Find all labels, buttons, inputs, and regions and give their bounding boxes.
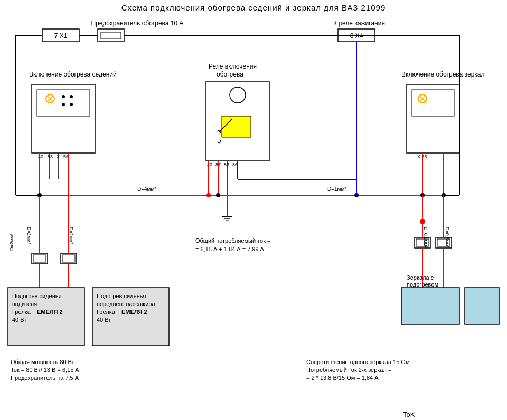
svg-text:ЕМЕЛЯ 2: ЕМЕЛЯ 2 bbox=[37, 309, 63, 315]
svg-text:К реле зажигания: К реле зажигания bbox=[333, 20, 385, 27]
svg-text:Общий потребляемый ток =: Общий потребляемый ток = bbox=[195, 237, 271, 244]
svg-text:D=2мм²: D=2мм² bbox=[69, 227, 74, 244]
svg-point-21 bbox=[62, 103, 65, 106]
svg-text:Сопротивление одного зеркала 1: Сопротивление одного зеркала 15 Ом bbox=[306, 359, 409, 365]
svg-text:Включение обогрева зеркал: Включение обогрева зеркал bbox=[401, 71, 485, 78]
svg-text:Подогрев сиденья: Подогрев сиденья bbox=[97, 293, 146, 299]
svg-point-34 bbox=[230, 87, 246, 103]
svg-point-22 bbox=[70, 103, 73, 106]
svg-rect-76 bbox=[33, 255, 46, 262]
svg-text:7  X1: 7 X1 bbox=[54, 32, 68, 40]
svg-point-19 bbox=[62, 95, 65, 98]
svg-text:86: 86 bbox=[232, 162, 238, 167]
svg-text:Потребляемый ток 2-х зеркал =: Потребляемый ток 2-х зеркал = bbox=[306, 367, 391, 373]
svg-text:= 2 * 13,8 В/15 Ом = 1,84 А: = 2 * 13,8 В/15 Ом = 1,84 А bbox=[306, 375, 379, 381]
svg-rect-35 bbox=[222, 116, 251, 137]
svg-text:D=1мм²: D=1мм² bbox=[327, 186, 346, 192]
svg-point-65 bbox=[206, 193, 211, 197]
svg-text:D=0,5мм²: D=0,5мм² bbox=[445, 227, 450, 248]
svg-text:ЕМЕЛЯ 2: ЕМЕЛЯ 2 bbox=[121, 309, 147, 315]
svg-rect-105 bbox=[401, 288, 459, 324]
svg-text:Зеркала с: Зеркала с bbox=[407, 274, 434, 281]
svg-text:Грелка: Грелка bbox=[97, 309, 116, 315]
svg-text:D=2мм²: D=2мм² bbox=[26, 227, 32, 244]
svg-text:Включение обогрева седений: Включение обогрева седений bbox=[29, 71, 117, 78]
svg-text:Предохранитель на 7,5 А: Предохранитель на 7,5 А bbox=[11, 375, 79, 381]
svg-text:Ток = 80 Вт/ 13 В = 6,15 А: Ток = 80 Вт/ 13 В = 6,15 А bbox=[11, 367, 79, 373]
svg-text:30: 30 bbox=[207, 162, 212, 167]
svg-point-66 bbox=[216, 193, 220, 197]
svg-point-104 bbox=[420, 219, 425, 224]
svg-text:Общая мощность 80 Вт: Общая мощность 80 Вт bbox=[11, 359, 74, 365]
svg-rect-3 bbox=[101, 32, 121, 39]
diagram-container: Схема подключения обогрева седений и зер… bbox=[0, 0, 507, 420]
svg-text:Предохранитель обогрева 10 А: Предохранитель обогрева 10 А bbox=[91, 20, 183, 27]
svg-text:58: 58 bbox=[48, 154, 53, 159]
svg-text:30: 30 bbox=[38, 154, 43, 159]
svg-text:56: 56 bbox=[63, 154, 69, 159]
svg-text:подогревом: подогревом bbox=[407, 281, 438, 288]
svg-point-20 bbox=[70, 95, 73, 98]
svg-text:Реле включения: Реле включения bbox=[209, 63, 257, 70]
svg-text:обогрева: обогрева bbox=[217, 71, 243, 78]
svg-text:водителя: водителя bbox=[12, 301, 37, 307]
svg-text:= 6,15 А + 1,84 А = 7,99 А: = 6,15 А + 1,84 А = 7,99 А bbox=[195, 246, 265, 252]
svg-rect-106 bbox=[465, 288, 499, 324]
svg-text:D=2мм²: D=2мм² bbox=[9, 234, 14, 251]
svg-text:D=4мм²: D=4мм² bbox=[137, 186, 156, 192]
svg-text:40 Вт: 40 Вт bbox=[12, 317, 26, 323]
svg-text:D=0,5мм²: D=0,5мм² bbox=[423, 227, 428, 248]
svg-text:85: 85 bbox=[224, 162, 229, 167]
svg-text:Подогрев сиденья: Подогрев сиденья bbox=[12, 293, 61, 299]
svg-rect-78 bbox=[62, 255, 75, 262]
svg-text:переднего пассажира: переднего пассажира bbox=[97, 301, 155, 307]
svg-rect-54 bbox=[412, 90, 454, 116]
svg-text:Грелка: Грелка bbox=[12, 309, 31, 315]
svg-text:ToK: ToK bbox=[403, 411, 415, 418]
svg-text:40 Вт: 40 Вт bbox=[97, 317, 111, 323]
